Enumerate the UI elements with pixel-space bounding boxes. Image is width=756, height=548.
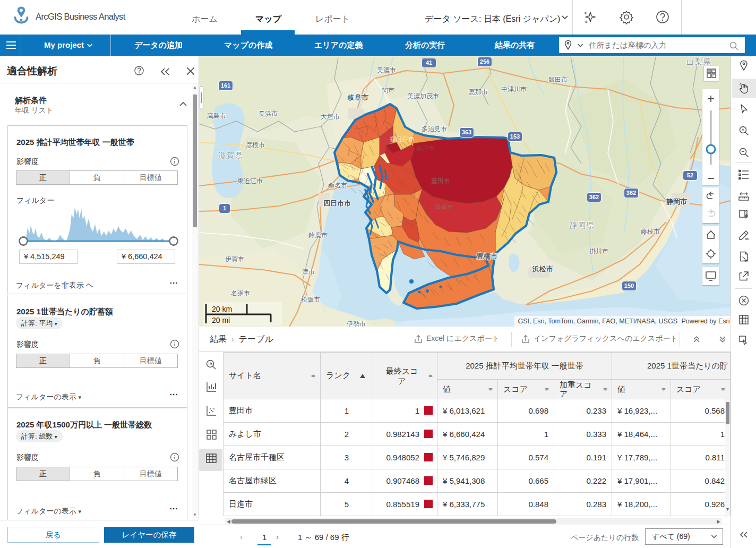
- svg-text:20 mi: 20 mi: [212, 316, 230, 324]
- svg-text:20 km: 20 km: [212, 305, 232, 313]
